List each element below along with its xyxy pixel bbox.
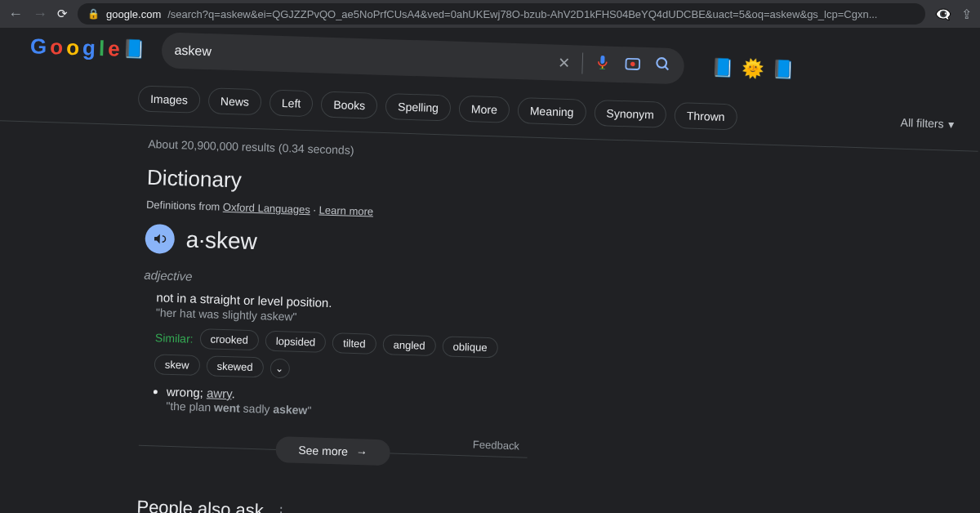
url-path: /search?q=askew&ei=QGJZZPvQO_ae5NoPrfCUs… xyxy=(167,8,877,20)
similar-row: Similar: crooked lopsided tilted angled … xyxy=(154,327,532,386)
learn-more-link[interactable]: Learn more xyxy=(318,204,373,218)
search-icon[interactable] xyxy=(648,56,671,77)
synonym-chip[interactable]: oblique xyxy=(442,336,498,358)
chip-images[interactable]: Images xyxy=(138,85,201,113)
synonym-chip[interactable]: angled xyxy=(382,334,436,356)
see-more-row: See more → xyxy=(138,445,528,484)
awry-link[interactable]: awry xyxy=(207,386,232,400)
definition-block: not in a straight or level position. "he… xyxy=(140,290,532,424)
part-of-speech: adjective xyxy=(144,268,532,294)
sense-2: wrong; awry. "the plan went sadly askew" xyxy=(153,384,529,423)
result-stats: About 20,900,000 results (0.34 seconds) xyxy=(148,137,537,163)
camera-icon[interactable] xyxy=(617,54,648,76)
pronounce-button[interactable] xyxy=(145,224,175,254)
svg-point-1 xyxy=(630,62,635,67)
chip-news[interactable]: News xyxy=(208,87,262,115)
chip-synonym[interactable]: Synonym xyxy=(594,100,666,128)
doodle-book-icon: 📘 xyxy=(122,38,145,60)
doodle-book-icon: 📘 xyxy=(711,57,734,79)
chip-books[interactable]: Books xyxy=(321,91,378,119)
doodle-icons: 📘 🌞 📘 xyxy=(711,57,795,81)
clear-icon[interactable]: ✕ xyxy=(551,53,577,72)
all-filters-button[interactable]: All filters ▾ xyxy=(901,116,955,131)
synonym-chip[interactable]: skew xyxy=(154,354,200,376)
synonym-chip[interactable]: lopsided xyxy=(265,331,326,353)
search-input[interactable] xyxy=(174,43,551,70)
results-column: About 20,900,000 results (0.34 seconds) … xyxy=(0,121,537,513)
chip-thrown[interactable]: Thrown xyxy=(674,102,737,130)
synonym-chip[interactable]: crooked xyxy=(199,328,259,350)
google-logo[interactable]: Google 📘 xyxy=(30,33,146,62)
divider xyxy=(581,53,583,74)
dictionary-heading: Dictionary xyxy=(147,165,537,203)
share-icon[interactable]: ⇪ xyxy=(961,7,972,22)
people-also-ask-heading: People also ask ⋮ xyxy=(136,497,526,513)
definition-source: Definitions from Oxford Languages · Lear… xyxy=(146,199,535,223)
chip-left[interactable]: Left xyxy=(269,90,313,118)
page-tilted-wrapper: Google 📘 ✕ 📘 🌞 📘 Images News Left xyxy=(0,12,980,513)
more-options-icon[interactable]: ⋮ xyxy=(274,503,288,513)
doodle-book2-icon: 📘 xyxy=(772,59,795,81)
expand-synonyms-button[interactable]: ⌄ xyxy=(270,358,290,378)
oxford-link[interactable]: Oxford Languages xyxy=(223,201,310,216)
see-more-button[interactable]: See more → xyxy=(275,436,391,466)
headword: a·skew xyxy=(185,226,257,255)
similar-label: Similar: xyxy=(155,331,194,345)
chevron-down-icon: ▾ xyxy=(948,118,954,131)
synonym-chip[interactable]: tilted xyxy=(332,332,376,355)
word-row: a·skew xyxy=(145,224,534,265)
eye-off-icon[interactable]: 👁‍🗨 xyxy=(935,7,951,22)
mic-icon[interactable] xyxy=(587,53,617,74)
doodle-sun-icon: 🌞 xyxy=(742,58,764,80)
chip-spelling[interactable]: Spelling xyxy=(385,93,452,121)
arrow-right-icon: → xyxy=(356,445,368,458)
chip-more[interactable]: More xyxy=(458,96,510,123)
synonym-chip[interactable]: skewed xyxy=(206,355,264,377)
chip-meaning[interactable]: Meaning xyxy=(517,97,586,126)
svg-line-3 xyxy=(665,66,668,69)
